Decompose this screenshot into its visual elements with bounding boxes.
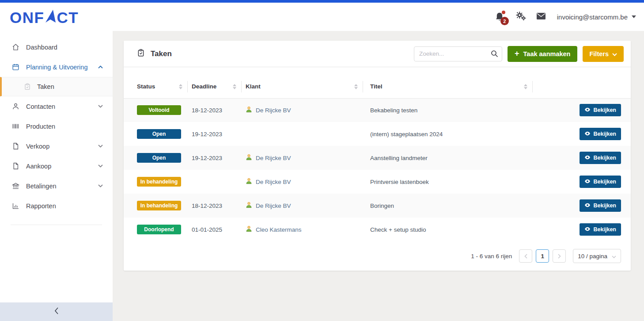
status-badge: Open — [137, 129, 181, 139]
status-badge: Voltooid — [137, 105, 181, 115]
sort-icon[interactable] — [179, 84, 182, 89]
create-task-button[interactable]: + Taak aanmaken — [508, 46, 577, 62]
titel-cell: Boringen — [363, 194, 533, 218]
page-size-value: 10 / pagina — [578, 253, 607, 260]
onfact-logo[interactable]: ONF CT — [10, 9, 79, 24]
plus-icon: + — [515, 50, 519, 57]
titel-cell: Bekabeling testen — [363, 98, 533, 122]
klant-link[interactable]: De Rijcke BV — [246, 106, 363, 114]
panel-header: Taken + Taak aanmaken Filters — [124, 41, 631, 67]
column-header-titel[interactable]: Titel — [363, 75, 533, 98]
chevron-down-icon — [632, 15, 636, 18]
eye-icon — [584, 179, 591, 185]
bank-icon — [12, 182, 19, 190]
sidebar-item-producten[interactable]: Producten — [0, 116, 113, 136]
search-icon[interactable] — [491, 50, 498, 59]
chevron-down-icon — [612, 50, 617, 57]
page-size-select[interactable]: 10 / pagina — [573, 249, 621, 263]
table-row: Doorlopend 01-01-2025 Cleo Kastermans Ch… — [124, 218, 631, 241]
sidebar-item-label: Rapporten — [26, 203, 56, 210]
sidebar-item-label: Dashboard — [26, 44, 57, 51]
klant-link[interactable]: De Rijcke BV — [246, 178, 363, 186]
gears-icon — [515, 11, 526, 23]
view-button[interactable]: Bekijken — [580, 104, 621, 116]
pagination-prev-button[interactable] — [519, 249, 532, 263]
user-email: invoicing@starcomm.be — [557, 13, 628, 21]
sidebar-item-aankoop[interactable]: Aankoop — [0, 156, 113, 176]
table-row: Open 19-12-2023 De Rijcke BV Aanstelling… — [124, 146, 631, 170]
klant-link[interactable]: Cleo Kastermans — [246, 225, 363, 233]
eye-icon — [584, 226, 591, 233]
titel-cell: Aanstelling landmeter — [363, 146, 533, 170]
table-header-row: Status Deadline Klant Titel — [124, 75, 631, 98]
user-icon — [12, 103, 19, 110]
sidebar-item-planning-uitvoering[interactable]: Planning & Uitvoering — [0, 57, 113, 77]
sidebar-item-dashboard[interactable]: Dashboard — [0, 37, 113, 57]
sidebar-item-verkoop[interactable]: Verkoop — [0, 136, 113, 156]
clipboard-check-icon — [137, 49, 145, 59]
filters-button[interactable]: Filters — [583, 46, 624, 62]
sidebar: Dashboard Planning & Uitvoering Taken Co… — [0, 31, 113, 302]
view-button[interactable]: Bekijken — [580, 199, 621, 212]
tasks-panel: Taken + Taak aanmaken Filters — [124, 41, 631, 271]
sidebar-item-betalingen[interactable]: Betalingen — [0, 176, 113, 196]
sidebar-item-label: Betalingen — [26, 183, 57, 190]
sort-icon[interactable] — [524, 84, 527, 89]
settings-button[interactable] — [515, 11, 526, 23]
chevron-left-icon — [54, 307, 59, 316]
klant-link[interactable]: De Rijcke BV — [246, 202, 363, 210]
avatar-icon — [246, 225, 252, 233]
view-button[interactable]: Bekijken — [580, 176, 621, 188]
deadline-cell: 19-12-2023 — [188, 122, 242, 146]
status-badge: Doorlopend — [137, 225, 181, 234]
document-icon — [12, 142, 19, 150]
pagination-page-1[interactable]: 1 — [536, 249, 549, 263]
tasks-table: Status Deadline Klant Titel — [124, 75, 631, 241]
eye-icon — [584, 155, 591, 161]
sort-icon[interactable] — [354, 84, 358, 89]
sidebar-collapse-button[interactable] — [0, 302, 113, 321]
sidebar-item-contacten[interactable]: Contacten — [0, 96, 113, 116]
tasks-table-wrap: Status Deadline Klant Titel — [124, 67, 631, 241]
page-title: Taken — [151, 50, 172, 58]
sidebar-item-label: Planning & Uitvoering — [26, 64, 87, 71]
barcode-icon — [12, 122, 19, 130]
klant-link[interactable]: De Rijcke BV — [246, 154, 363, 162]
document-icon — [12, 162, 19, 170]
create-task-label: Taak aanmaken — [523, 50, 571, 57]
column-header-status[interactable]: Status — [124, 75, 188, 98]
home-icon — [12, 43, 19, 51]
titel-cell: Check + setup studio — [363, 218, 533, 241]
view-button[interactable]: Bekijken — [580, 128, 621, 140]
chevron-down-icon — [98, 145, 103, 148]
pagination-next-button[interactable] — [553, 249, 566, 263]
notification-dot — [502, 11, 505, 14]
search-input[interactable] — [414, 46, 502, 61]
sidebar-item-taken[interactable]: Taken — [0, 77, 113, 96]
sidebar-divider — [11, 225, 102, 225]
logo-text-left: ONF — [10, 11, 44, 25]
user-account-menu[interactable]: invoicing@starcomm.be — [557, 13, 636, 21]
app-header: ONF CT 2 — [0, 3, 644, 31]
deadline-cell: 18-12-2023 — [188, 194, 242, 218]
search-box — [414, 46, 502, 61]
table-row: Open 19-12-2023 (intern) stageplaatsen 2… — [124, 122, 631, 146]
sidebar-item-rapporten[interactable]: Rapporten — [0, 196, 113, 216]
eye-icon — [584, 203, 591, 209]
titel-cell: Printversie lastenboek — [363, 170, 533, 194]
status-badge: In behandeling — [137, 201, 181, 210]
view-button[interactable]: Bekijken — [580, 152, 621, 164]
deadline-cell: 01-01-2025 — [188, 218, 242, 241]
column-header-deadline[interactable]: Deadline — [188, 75, 242, 98]
column-header-klant[interactable]: Klant — [242, 75, 363, 98]
notifications-button[interactable]: 2 — [495, 12, 505, 22]
sidebar-item-label: Aankoop — [26, 163, 51, 170]
sort-icon[interactable] — [233, 84, 236, 89]
messages-button[interactable] — [537, 13, 546, 21]
chevron-down-icon — [98, 105, 103, 108]
titel-cell: (intern) stageplaatsen 2024 — [363, 122, 533, 146]
bar-chart-icon — [12, 202, 19, 210]
sidebar-item-label: Taken — [37, 83, 54, 90]
view-button[interactable]: Bekijken — [580, 223, 621, 236]
table-row: In behandeling 18-12-2023 De Rijcke BV B… — [124, 194, 631, 218]
